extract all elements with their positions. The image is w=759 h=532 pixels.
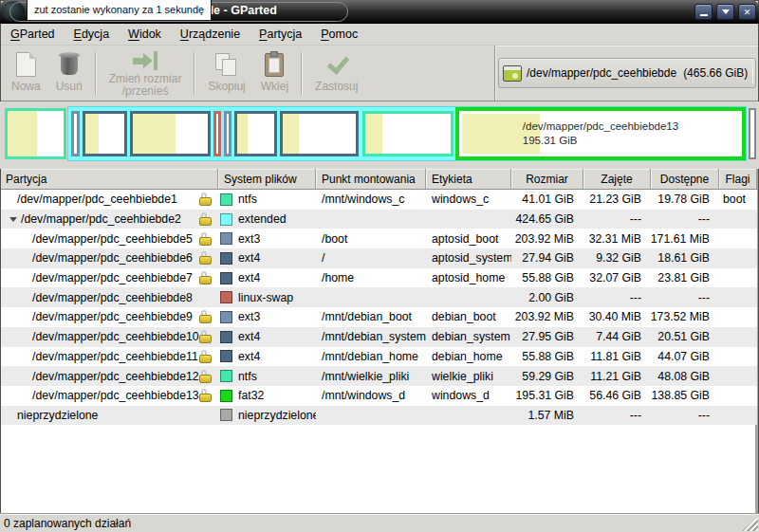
menu-pomoc[interactable]: Pomoc <box>314 26 364 43</box>
resize-grip[interactable] <box>742 517 758 531</box>
window-controls: ✕ <box>694 4 756 20</box>
mount-point: /mnt/debian_system <box>316 327 426 347</box>
delete-partition-label: Usuń <box>56 81 83 93</box>
column-header-system-plikow[interactable]: System plików <box>218 169 316 190</box>
flags-value <box>719 366 757 386</box>
table-row[interactable]: /dev/mapper/pdc_ceehbiebde11 ext4 /mnt/d… <box>0 347 757 367</box>
column-header-flagi[interactable]: Flagi <box>719 169 757 190</box>
free-value: 19.78 GiB <box>651 190 719 210</box>
table-header: Partycja System plików Punkt montowania … <box>0 169 757 190</box>
lock-icon <box>199 193 212 206</box>
filesystem-label: ntfs <box>238 370 257 383</box>
table-row[interactable]: /dev/mapper/pdc_ceehbiebde13 fat32 /mnt/… <box>0 386 757 406</box>
size-value: 27.94 GiB <box>511 248 583 268</box>
used-value: 30.40 MiB <box>583 307 651 327</box>
partition-segment-pdc_ceehbiebde7[interactable] <box>130 111 211 156</box>
partition-segment-pdc_ceehbiebde9[interactable] <box>224 111 231 156</box>
shade-button[interactable] <box>716 4 734 20</box>
new-partition-icon <box>16 52 36 77</box>
used-value: 7.44 GiB <box>583 327 651 347</box>
menu-partycja[interactable]: Partycja <box>252 26 308 43</box>
menu-widok[interactable]: Widok <box>121 26 168 43</box>
toolbar-buttons: Nowa Usuń Zmień rozmiar /przenieś Skopiu… <box>0 46 494 101</box>
table-row[interactable]: /dev/mapper/pdc_ceehbiebde9 ext3 /mnt/de… <box>0 307 757 327</box>
flags-value <box>719 287 757 307</box>
mount-point: /mnt/debian_home <box>316 347 426 367</box>
table-row[interactable]: /dev/mapper/pdc_ceehbiebde6 ext4 / aptos… <box>0 248 757 268</box>
partition-name: /dev/mapper/pdc_ceehbiebde2 <box>21 212 181 226</box>
table-row[interactable]: /dev/mapper/pdc_ceehbiebde12 ntfs /mnt/w… <box>0 366 757 386</box>
resize-move-button[interactable]: Zmień rozmiar /przenieś <box>102 48 190 99</box>
partition-segment-pdc_ceehbiebde10[interactable] <box>234 111 277 156</box>
partition-segment-pdc_ceehbiebde8[interactable] <box>213 111 221 156</box>
size-value: 2.00 GiB <box>511 287 583 307</box>
partition-segment-pdc_ceehbiebde5[interactable] <box>71 111 80 156</box>
column-header-zajete[interactable]: Zajęte <box>583 169 651 190</box>
table-row[interactable]: /dev/mapper/pdc_ceehbiebde2 extended 424… <box>0 210 757 229</box>
copy-button[interactable]: Skopiuj <box>200 48 252 99</box>
partition-label <box>426 210 511 229</box>
filesystem-label: ext4 <box>238 251 260 265</box>
menu-bar: GPartedEdycjaWidokUrządzeniePartycjaPomo… <box>0 24 759 46</box>
column-header-dostepne[interactable]: Dostępne <box>651 169 719 190</box>
partition-segment-unallocated[interactable] <box>749 108 756 159</box>
table-row[interactable]: /dev/mapper/pdc_ceehbiebde7 ext4 /home a… <box>0 268 757 288</box>
column-header-punkt-montowania[interactable]: Punkt montowania <box>316 169 426 190</box>
partition-segment-pdc_ceehbiebde13[interactable]: /dev/mapper/pdc_ceehbiebde13195.31 GiB <box>455 107 746 160</box>
expander-icon[interactable] <box>9 217 17 222</box>
filesystem-label: extended <box>238 212 287 226</box>
lock-icon <box>199 271 212 284</box>
partition-name: /dev/mapper/pdc_ceehbiebde1 <box>17 193 177 206</box>
table-row[interactable]: /dev/mapper/pdc_ceehbiebde1 ntfs /mnt/wi… <box>0 190 757 210</box>
delete-partition-button[interactable]: Usuń <box>48 48 90 99</box>
close-button[interactable]: ✕ <box>738 4 756 20</box>
filesystem-label: fat32 <box>238 389 264 402</box>
partition-name: /dev/mapper/pdc_ceehbiebde13 <box>32 389 199 402</box>
table-row[interactable]: nieprzydzielone nieprzydzielone 1.57 MiB… <box>0 406 757 426</box>
column-header-partycja[interactable]: Partycja <box>0 169 218 190</box>
mount-point: /mnt/debian_boot <box>316 307 426 327</box>
table-row[interactable]: /dev/mapper/pdc_ceehbiebde10 ext4 /mnt/d… <box>0 327 757 347</box>
filesystem-color-swatch <box>220 390 232 402</box>
filesystem-label: ext3 <box>238 310 260 323</box>
partition-name: /dev/mapper/pdc_ceehbiebde7 <box>32 271 193 284</box>
apply-button[interactable]: Zastosuj <box>307 48 365 99</box>
titlebar[interactable]: /dev/mapper/pdc_ceehbiebde - GParted zut… <box>0 0 759 24</box>
partition-name: /dev/mapper/pdc_ceehbiebde8 <box>32 291 193 304</box>
menu-gparted[interactable]: GParted <box>4 26 62 43</box>
gparted-window: /dev/mapper/pdc_ceehbiebde - GParted zut… <box>0 0 759 532</box>
menu-edycja[interactable]: Edycja <box>67 26 117 43</box>
filesystem-color-swatch <box>220 291 232 303</box>
paste-button[interactable]: Wklej <box>253 48 296 99</box>
size-value: 55.88 GiB <box>511 268 583 288</box>
lock-icon <box>199 212 212 226</box>
column-header-rozmiar[interactable]: Rozmiar <box>511 169 583 190</box>
device-selector[interactable]: /dev/mapper/pdc_ceehbiebde (465.66 GiB) <box>498 58 756 88</box>
copy-label: Skopiuj <box>208 81 245 93</box>
minimize-icon <box>700 14 708 16</box>
partition-segment-pdc_ceehbiebde6[interactable] <box>83 111 127 156</box>
mount-point <box>316 406 426 426</box>
filesystem-color-swatch <box>220 331 232 343</box>
lock-icon <box>199 232 212 246</box>
partition-segment-pdc_ceehbiebde1[interactable] <box>5 108 66 159</box>
partition-segment-pdc_ceehbiebde12[interactable] <box>362 111 454 156</box>
partition-name: /dev/mapper/pdc_ceehbiebde6 <box>32 251 193 265</box>
table-row[interactable]: /dev/mapper/pdc_ceehbiebde8 linux-swap 2… <box>0 287 757 307</box>
free-value: 171.61 MiB <box>651 229 719 248</box>
new-partition-button[interactable]: Nowa <box>4 48 48 99</box>
minimize-button[interactable] <box>694 4 713 20</box>
menu-urzadzenie[interactable]: Urządzenie <box>174 26 247 43</box>
status-bar: 0 zaplanowanych działań <box>0 513 759 532</box>
filesystem-label: nieprzydzielone <box>238 409 316 422</box>
disk-icon <box>503 65 522 82</box>
mount-point: /boot <box>316 229 426 248</box>
partition-label <box>426 287 511 307</box>
partition-segment-pdc_ceehbiebde11[interactable] <box>280 111 359 156</box>
mount-point: / <box>316 248 426 268</box>
toolbar-separator <box>194 52 195 95</box>
mount-point <box>316 287 426 307</box>
column-header-etykieta[interactable]: Etykieta <box>426 169 511 190</box>
table-row[interactable]: /dev/mapper/pdc_ceehbiebde5 ext3 /boot a… <box>0 229 757 248</box>
used-value: --- <box>583 287 651 307</box>
